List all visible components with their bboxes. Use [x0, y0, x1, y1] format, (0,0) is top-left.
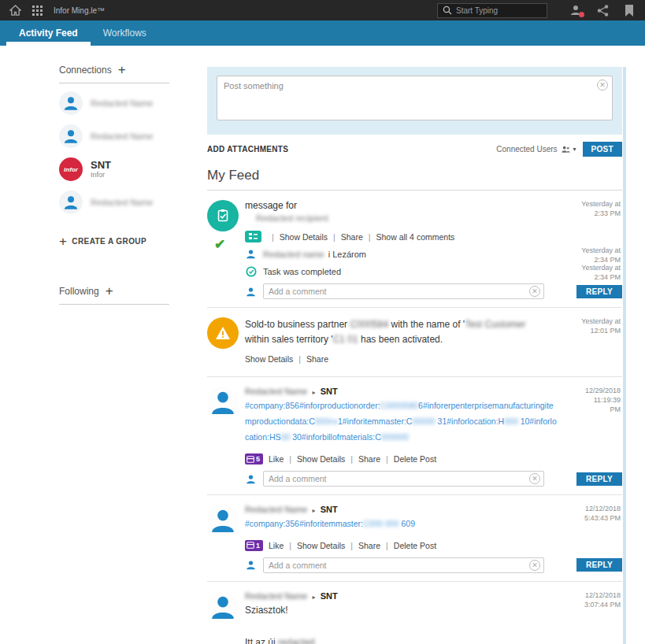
tab-activity-feed[interactable]: Activity Feed [6, 20, 91, 46]
post-input[interactable] [217, 76, 613, 120]
separator: | [350, 454, 353, 464]
separator: | [289, 541, 291, 550]
group-name: SNT [321, 387, 338, 396]
post-body: Itt az új redacted [245, 635, 559, 644]
like-count-badge[interactable]: 1 [245, 540, 263, 551]
comment-input[interactable] [263, 471, 544, 487]
redacted-text: Test Customer [465, 319, 525, 330]
person-avatar[interactable] [207, 387, 239, 418]
redacted-text: Redacted Name [245, 505, 308, 514]
redacted-text: 000/rx [315, 416, 338, 426]
timestamp: Yesterday at12:01 PM [565, 317, 621, 335]
clear-comment-icon[interactable]: ✕ [529, 560, 540, 571]
share-link[interactable]: Share [358, 454, 380, 464]
redacted-text: C0000580 [380, 401, 418, 410]
feed-item: ✔ Yesterday at2:33 PM message for Redact… [207, 191, 622, 307]
app-window: Infor Ming.le™ Activity Feed Workflows [0, 0, 645, 644]
connection-name: Redacted Name [91, 198, 154, 207]
reply-row: ✕ REPLY [245, 283, 622, 299]
comment: Task was completed Yesterday at2:34 PM [245, 265, 622, 277]
plus-icon: + [59, 235, 67, 248]
like-link[interactable]: Like [269, 541, 284, 550]
reply-button[interactable]: REPLY [576, 558, 622, 572]
bookmark-icon[interactable] [620, 2, 639, 18]
separator: | [272, 232, 274, 242]
infor-logo: infor [59, 157, 83, 181]
connection-item[interactable]: infor SNT Infor [59, 157, 169, 181]
comment-text: i Lezárom [328, 250, 366, 259]
connection-subtitle: Infor [91, 171, 111, 179]
clear-comment-icon[interactable]: ✕ [529, 473, 540, 484]
home-icon[interactable] [6, 3, 24, 17]
separator: | [350, 541, 353, 550]
add-connection-icon[interactable]: + [118, 63, 126, 76]
feed-item: 12/29/201811:19:39PM Redacted Name ▸ SNT… [207, 377, 622, 494]
clear-post-icon[interactable]: ✕ [597, 80, 608, 91]
connection-item[interactable]: Redacted Name [59, 191, 169, 214]
connection-item[interactable]: Redacted Name [59, 91, 169, 115]
following-title: Following [59, 286, 99, 297]
check-icon: ✔ [214, 236, 225, 253]
show-details-link[interactable]: Show Details [297, 454, 345, 464]
separator: | [289, 454, 291, 464]
redacted-text: C1 01 [333, 334, 358, 345]
separator: | [386, 541, 388, 550]
comment-input[interactable] [263, 557, 544, 573]
share-link[interactable]: Share [358, 541, 380, 550]
redacted-text: redacted [278, 637, 315, 644]
notification-badge [579, 12, 584, 17]
arrow-icon: ▸ [313, 507, 316, 514]
search-input[interactable] [456, 6, 542, 15]
app-grid-icon[interactable] [28, 3, 46, 17]
redacted-text: C000584 [350, 319, 388, 330]
add-following-icon[interactable]: + [106, 284, 113, 298]
redacted-text: Redacted recipient [256, 213, 622, 223]
show-details-link[interactable]: Show Details [280, 232, 328, 242]
post-actions: Show Details | Share [245, 354, 622, 364]
post-actions: | Show Details | Share | Show all 4 comm… [245, 231, 622, 242]
timestamp: 12/12/20183:07:44 PM [565, 591, 621, 609]
likes-icon [247, 456, 254, 463]
feed-column: ✕ ADD ATTACHMENTS Connected Users ▾ POST… [207, 46, 622, 644]
person-avatar[interactable] [207, 505, 239, 536]
comment-input[interactable] [263, 283, 544, 299]
feed-title: My Feed [207, 168, 622, 183]
hashtag-links[interactable]: #company:356#inforitemmaster:C000 000 60… [245, 516, 559, 532]
search-box [437, 3, 547, 18]
delete-post-link[interactable]: Delete Post [394, 541, 436, 550]
connection-item[interactable]: Redacted Name [59, 124, 169, 148]
divider [59, 83, 169, 83]
share-link[interactable]: Share [341, 232, 363, 242]
create-group-button[interactable]: + CREATE A GROUP [59, 235, 169, 248]
reply-button[interactable]: REPLY [576, 285, 622, 298]
post-body: Sold-to business partner C000584 with th… [245, 317, 559, 346]
group-name: SNT [321, 591, 338, 601]
like-count-badge[interactable]: 5 [245, 453, 263, 464]
search-icon [443, 6, 452, 15]
scrollbar[interactable] [623, 67, 626, 644]
hashtag-links[interactable]: #company:856#inforproductionorder:C00005… [245, 398, 559, 446]
like-link[interactable]: Like [269, 454, 284, 464]
person-avatar[interactable] [207, 591, 239, 623]
delete-post-link[interactable]: Delete Post [394, 454, 436, 464]
audience-selector[interactable]: Connected Users ▾ [496, 145, 582, 154]
show-all-comments-link[interactable]: Show all 4 comments [376, 232, 455, 242]
share-panel-icon[interactable] [593, 2, 612, 18]
show-details-link[interactable]: Show Details [245, 354, 293, 364]
composer-toolbar: ADD ATTACHMENTS Connected Users ▾ POST [207, 142, 622, 157]
separator: | [298, 354, 301, 364]
clear-comment-icon[interactable]: ✕ [529, 286, 540, 297]
users-icon [562, 146, 570, 153]
connections-title: Connections [59, 65, 112, 76]
user-panel-icon[interactable] [566, 2, 585, 18]
share-link[interactable]: Share [306, 354, 328, 364]
comment-text: Task was completed [263, 267, 341, 276]
add-attachments-button[interactable]: ADD ATTACHMENTS [207, 145, 288, 154]
reply-button[interactable]: REPLY [576, 472, 622, 486]
tab-workflows[interactable]: Workflows [91, 20, 159, 46]
post-actions: 5 Like | Show Details | Share | Delete P… [245, 453, 622, 464]
show-details-link[interactable]: Show Details [297, 541, 345, 550]
post-button[interactable]: POST [583, 142, 622, 157]
top-bar: Infor Ming.le™ [0, 0, 645, 20]
post-composer: ✕ [207, 67, 622, 135]
